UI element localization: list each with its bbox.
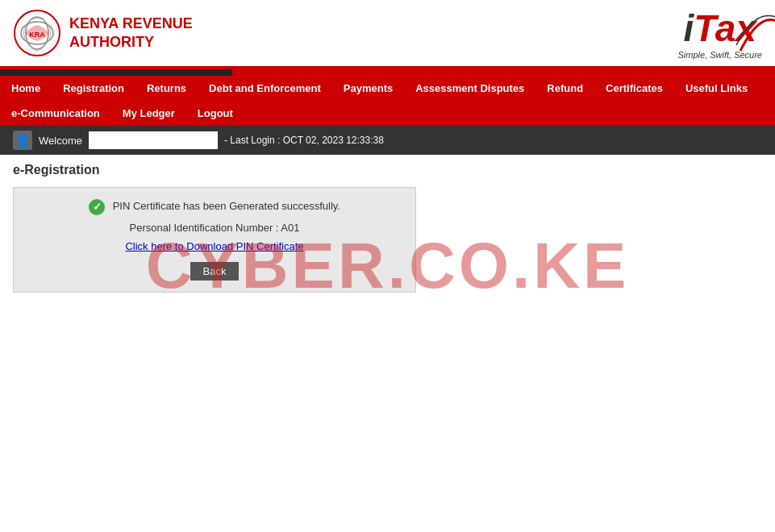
success-message-box: ✓ PIN Certificate has been Generated suc… [13, 187, 416, 293]
welcome-bar: 👤 Welcome - Last Login : OCT 02, 2023 12… [0, 126, 775, 155]
kra-name: Kenya Revenue Authority [69, 15, 193, 52]
page-title: e-Registration [13, 163, 762, 177]
nav-registration[interactable]: Registration [52, 76, 135, 101]
kra-emblem-icon: KRA [13, 9, 61, 57]
welcome-label: Welcome [39, 135, 82, 147]
itax-i: i [684, 6, 694, 50]
nav-debt-enforcement[interactable]: Debt and Enforcement [198, 76, 332, 101]
kra-line2: Authority [69, 34, 154, 50]
nav-payments[interactable]: Payments [332, 76, 404, 101]
sub-navigation: e-Communication My Ledger Logout [0, 101, 775, 126]
itax-swoosh-icon [732, 6, 775, 55]
download-certificate-link[interactable]: Click here to Download PIN Certificate [30, 240, 399, 252]
nav-refund[interactable]: Refund [535, 76, 594, 101]
nav-home[interactable]: Home [0, 76, 52, 101]
last-login-text: - Last Login : OCT 02, 2023 12:33:38 [224, 135, 384, 146]
username-display [89, 131, 218, 149]
success-icon: ✓ [89, 199, 105, 215]
back-button[interactable]: Back [190, 262, 240, 281]
nav-logout[interactable]: Logout [186, 101, 244, 126]
nav-useful-links[interactable]: Useful Links [674, 76, 759, 101]
site-header: KRA Kenya Revenue Authority i Tax Simple… [0, 0, 775, 69]
itax-logo: i Tax Simple, Swift, Secure [677, 6, 762, 60]
nav-my-ledger[interactable]: My Ledger [111, 101, 186, 126]
kra-logo: KRA Kenya Revenue Authority [13, 9, 193, 57]
pin-number-text: Personal Identification Number : A01 [30, 222, 399, 234]
page-content: e-Registration ✓ PIN Certificate has bee… [0, 155, 775, 301]
success-message-text: ✓ PIN Certificate has been Generated suc… [30, 199, 399, 215]
separator-bar [0, 69, 775, 76]
main-navigation: Home Registration Returns Debt and Enfor… [0, 76, 775, 101]
kra-line1: Kenya Revenue [69, 15, 193, 31]
user-avatar-icon: 👤 [13, 131, 32, 150]
svg-text:KRA: KRA [29, 31, 45, 39]
success-message-label: PIN Certificate has been Generated succe… [113, 200, 340, 212]
nav-ecommunication[interactable]: e-Communication [0, 101, 111, 126]
nav-returns[interactable]: Returns [135, 76, 198, 101]
nav-assessment-disputes[interactable]: Assessment Disputes [404, 76, 535, 101]
nav-certificates[interactable]: Certificates [594, 76, 674, 101]
